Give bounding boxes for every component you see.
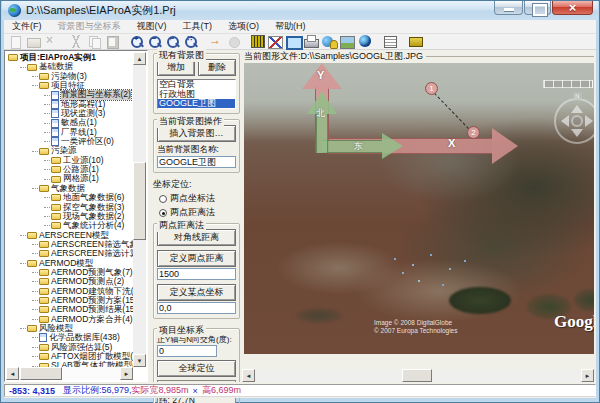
global-positioning-button[interactable]: 全球定位 xyxy=(157,360,236,377)
background-list-item-selected[interactable]: GOOGLE卫图 xyxy=(158,99,235,109)
east-label: 东 xyxy=(354,140,363,153)
folder-icon xyxy=(39,288,49,295)
zoom-in-icon[interactable]: + xyxy=(129,35,145,48)
two-point-distance-group: 两点距离法 对角线距离 定义两点距离 定义某点坐标 xyxy=(153,223,240,319)
document-icon xyxy=(51,91,59,100)
scrollbar-thumb[interactable] xyxy=(133,162,146,240)
folder-icon xyxy=(51,204,61,211)
menu-options[interactable]: 选项(O) xyxy=(220,19,267,34)
angle-field[interactable] xyxy=(157,345,217,357)
satellite-map-view[interactable]: Y 北 东 X 1 2 N Image © 2008 xyxy=(244,63,594,354)
map-horizontal-scrollbar[interactable] xyxy=(242,369,594,382)
define-point-coordinate-button[interactable]: 定义某点坐标 xyxy=(157,284,236,301)
menu-tools[interactable]: 工具(T) xyxy=(175,19,221,34)
zoom-extent-icon[interactable]: ∷ xyxy=(183,35,199,48)
folder-icon xyxy=(39,82,49,89)
define-two-point-distance-button[interactable]: 定义两点距离 xyxy=(157,250,236,267)
group-title: 当前背景图操作 xyxy=(157,115,224,128)
folder-icon xyxy=(27,260,37,267)
x-axis-arrowhead-icon xyxy=(492,128,518,164)
scroll-left-icon[interactable] xyxy=(242,369,255,382)
distance-value-field[interactable] xyxy=(157,268,236,280)
toolbar-separator xyxy=(244,35,251,48)
times-sign: × xyxy=(193,386,198,396)
app-globe-icon xyxy=(8,4,21,17)
minimize-button[interactable] xyxy=(494,1,523,15)
scroll-up-icon[interactable] xyxy=(133,52,146,65)
toolbar: + − ⌐ ∷ xyxy=(4,34,596,50)
scroll-left-icon[interactable] xyxy=(6,367,19,380)
north-label: 北 xyxy=(316,107,325,120)
pan-forward-icon[interactable] xyxy=(208,35,224,48)
stop-icon[interactable] xyxy=(226,35,242,48)
folder-icon xyxy=(39,278,49,285)
actual-width: 实际宽8,985m xyxy=(132,384,189,397)
toolbar-separator xyxy=(375,35,382,48)
paste-icon[interactable] xyxy=(104,35,120,48)
new-file-icon[interactable] xyxy=(7,35,23,48)
image-icon[interactable] xyxy=(339,35,355,48)
folder-icon xyxy=(51,222,61,229)
maximize-button[interactable] xyxy=(524,1,551,15)
globe-icon[interactable] xyxy=(357,35,373,48)
zoom-out-icon[interactable]: − xyxy=(147,35,163,48)
menu-help[interactable]: 帮助(H) xyxy=(267,19,314,34)
folder-icon xyxy=(39,306,49,313)
properties-icon[interactable] xyxy=(382,35,398,48)
document-icon xyxy=(51,109,59,118)
island xyxy=(449,287,511,314)
folder-icon xyxy=(39,148,49,155)
point-coordinate-field[interactable] xyxy=(157,302,236,314)
two-point-distance-radio[interactable]: 两点距离法 xyxy=(159,206,240,219)
scroll-right-icon[interactable] xyxy=(581,369,594,382)
tree-horizontal-scrollbar[interactable] xyxy=(6,367,133,380)
globe-locate-icon[interactable] xyxy=(321,35,337,48)
imagery-copyright: Image © 2008 DigitalGlobe © 2007 Europa … xyxy=(374,319,457,334)
project-tree: 项目:EIAProA实例1 基础数据 污染物(3) 项目特征 背景图与坐标系(2… xyxy=(6,52,133,367)
close-button[interactable] xyxy=(552,1,593,15)
folder-icon xyxy=(39,241,49,248)
display-scale: 显示比例:56,979, xyxy=(63,384,132,397)
scrollbar-thumb[interactable] xyxy=(20,367,62,380)
toolbar-separator xyxy=(122,35,129,48)
measure-point-1[interactable]: 1 xyxy=(425,82,438,95)
scroll-down-icon[interactable] xyxy=(133,354,146,367)
close-project-icon[interactable] xyxy=(43,35,59,48)
map-panel: 当前图形文件:D:\\Samples\GOOGL卫图.JPG Y 北 xyxy=(242,50,596,382)
two-point-coordinate-radio[interactable]: 两点坐标法 xyxy=(159,192,240,205)
printer-icon[interactable] xyxy=(303,35,319,48)
folder-icon xyxy=(27,64,37,71)
tree-vertical-scrollbar[interactable] xyxy=(133,52,146,367)
measure-point-2[interactable]: 2 xyxy=(467,126,480,139)
folder-icon xyxy=(39,316,49,323)
legend-bars-icon[interactable] xyxy=(251,35,265,48)
compass-right-icon xyxy=(585,115,593,127)
menu-background-coords[interactable]: 背景图与坐标系 xyxy=(50,19,129,34)
compass-control: N xyxy=(549,93,594,149)
document-icon xyxy=(51,128,59,137)
background-image-panel: 现有背景图 增加 删除 空白背景 行政地图 GOOGLE卫图 当前背景图操作 插… xyxy=(150,50,242,382)
menu-view[interactable]: 视图(V) xyxy=(129,19,175,34)
toolbox-icon[interactable] xyxy=(407,35,423,48)
cut-icon[interactable] xyxy=(68,35,84,48)
scrollbar-thumb[interactable] xyxy=(402,369,432,382)
folder-icon xyxy=(51,166,61,173)
island xyxy=(296,308,342,323)
screen-icon[interactable] xyxy=(285,35,301,48)
copy-icon[interactable] xyxy=(86,35,102,48)
folder-icon xyxy=(39,297,49,304)
current-graphic-file-header: 当前图形文件:D:\\Samples\GOOGL卫图.JPG xyxy=(244,50,594,63)
open-file-icon[interactable] xyxy=(25,35,41,48)
compass-north-badge: N xyxy=(573,92,582,100)
radio-on-icon xyxy=(159,209,167,217)
folder-icon xyxy=(27,325,37,332)
toolbar-separator xyxy=(201,35,208,48)
menu-file[interactable]: 文件(F) xyxy=(4,19,50,34)
folder-icon xyxy=(39,73,49,80)
zoom-window-icon[interactable]: ⌐ xyxy=(165,35,181,48)
current-background-name-field[interactable] xyxy=(157,156,236,168)
scroll-right-icon[interactable] xyxy=(120,367,133,380)
status-bar: -853: 4,315 显示比例:56,979, 实际宽8,985m × 高6,… xyxy=(4,382,596,398)
chart-icon[interactable] xyxy=(267,35,283,48)
background-list[interactable]: 空白背景 行政地图 GOOGLE卫图 xyxy=(157,79,236,109)
